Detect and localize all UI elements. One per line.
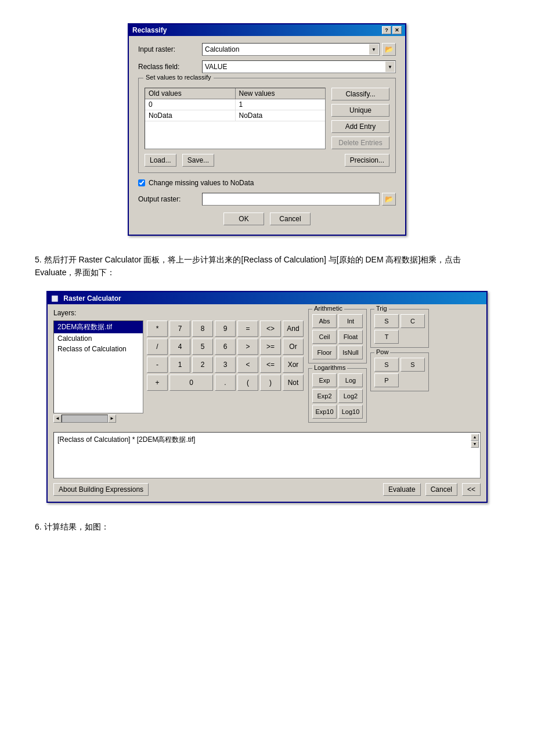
btn-isnull[interactable]: IsNull: [338, 345, 363, 359]
delete-entries-button[interactable]: Delete Entries: [331, 136, 389, 149]
btn-trig-c1[interactable]: C: [400, 314, 425, 328]
btn-exp[interactable]: Exp: [312, 373, 337, 387]
about-building-btn[interactable]: About Building Expressions: [53, 483, 149, 496]
logarithms-group: Logarithms Exp Log Exp2 Log2 Exp10 Log10: [308, 368, 367, 423]
btn-8[interactable]: 8: [192, 321, 213, 337]
btn-lparen[interactable]: (: [237, 375, 258, 391]
calc-dialog-container: ▦ Raster Calculator Layers: 2DEM高程数据.tif…: [46, 291, 522, 503]
btn-lte[interactable]: <=: [260, 357, 281, 373]
btn-3[interactable]: 3: [215, 357, 236, 373]
btn-abs[interactable]: Abs: [312, 314, 337, 328]
btn-int[interactable]: Int: [338, 314, 363, 328]
btn-log2[interactable]: Log2: [338, 389, 363, 403]
help-button[interactable]: ?: [382, 26, 391, 34]
layer-item-0[interactable]: 2DEM高程数据.tif: [54, 321, 143, 333]
scroll-right-arrow[interactable]: ►: [108, 415, 116, 423]
missing-values-checkbox[interactable]: [138, 179, 145, 186]
table-row[interactable]: NoData NoData: [145, 110, 325, 121]
reclass-field-select-wrapper[interactable]: VALUE: [202, 60, 396, 73]
btn-floor[interactable]: Floor: [312, 345, 337, 359]
btn-ceil[interactable]: Ceil: [312, 330, 337, 344]
layer-item-1[interactable]: Calculation: [54, 333, 143, 344]
unique-button[interactable]: Unique: [331, 104, 389, 117]
btn-pow-s1[interactable]: S: [374, 358, 399, 372]
pow-label: Pow: [374, 348, 390, 355]
reclassify-title: Reclassify: [132, 26, 167, 34]
expression-text: [Reclass of Calculation] * [2DEM高程数据.tif…: [57, 435, 195, 444]
scroll-left-arrow[interactable]: ◄: [53, 415, 62, 423]
btn-float[interactable]: Float: [338, 330, 363, 344]
btn-rparen[interactable]: ): [260, 375, 281, 391]
arithmetic-group: Arithmetic Abs Int Ceil Float Floor IsNu…: [308, 309, 367, 363]
numpad-row-3: - 1 2 3 < <= Xor: [147, 357, 304, 373]
input-raster-folder-btn[interactable]: 📂: [382, 43, 396, 56]
classify-button[interactable]: Classify...: [331, 88, 389, 100]
btn-6[interactable]: 6: [215, 339, 236, 355]
btn-dot[interactable]: .: [215, 375, 236, 391]
layers-list[interactable]: 2DEM高程数据.tif Calculation Reclass of Calc…: [53, 321, 143, 413]
btn-pow-s2[interactable]: S: [400, 358, 425, 372]
btn-xor[interactable]: Xor: [283, 357, 304, 373]
btn-log10[interactable]: Log10: [338, 405, 363, 419]
arithmetic-btns: Abs Int Ceil Float Floor IsNull: [312, 314, 363, 359]
logarithms-btns: Exp Log Exp2 Log2 Exp10 Log10: [312, 373, 363, 419]
paragraph2-text: 6. 计算结果，如图：: [35, 522, 109, 531]
btn-gte[interactable]: >=: [260, 339, 281, 355]
btn-gt[interactable]: >: [237, 339, 258, 355]
reclassify-groupbox: Set values to reclassify Old values New …: [138, 78, 396, 173]
btn-0[interactable]: 0: [169, 375, 213, 391]
btn-9[interactable]: 9: [215, 321, 236, 337]
btn-pow-p1[interactable]: P: [374, 373, 399, 387]
reclass-field-select[interactable]: VALUE: [202, 60, 396, 73]
trig-group: Trig S C T: [370, 309, 429, 348]
scrollbar-track[interactable]: [62, 415, 108, 423]
btn-minus[interactable]: -: [147, 357, 168, 373]
btn-4[interactable]: 4: [169, 339, 190, 355]
input-raster-select[interactable]: Calculation: [202, 43, 380, 56]
panel-col-1: Arithmetic Abs Int Ceil Float Floor IsNu…: [308, 309, 367, 425]
btn-equal[interactable]: =: [237, 321, 258, 337]
btn-log[interactable]: Log: [338, 373, 363, 387]
btn-1[interactable]: 1: [169, 357, 190, 373]
new-value-1: NoData: [236, 110, 326, 121]
load-button[interactable]: Load...: [145, 154, 176, 167]
output-raster-input[interactable]: <Temporary>: [202, 193, 380, 206]
btn-divide[interactable]: /: [147, 339, 168, 355]
btn-trig-s1[interactable]: S: [374, 314, 399, 328]
table-row[interactable]: 0 1: [145, 99, 325, 110]
calc-left-panel: Layers: 2DEM高程数据.tif Calculation Reclass…: [53, 309, 304, 425]
output-raster-row: Output raster: <Temporary> 📂: [138, 193, 396, 206]
btn-not[interactable]: Not: [283, 375, 304, 391]
btn-and[interactable]: And: [283, 321, 304, 337]
btn-notequal[interactable]: <>: [260, 321, 281, 337]
expr-scroll-up[interactable]: ▲: [471, 434, 479, 441]
precision-button[interactable]: Precision...: [345, 154, 389, 167]
save-button[interactable]: Save...: [182, 154, 214, 167]
btn-exp2[interactable]: Exp2: [312, 389, 337, 403]
input-raster-select-wrapper[interactable]: Calculation: [202, 43, 380, 56]
btn-lt[interactable]: <: [237, 357, 258, 373]
evaluate-button[interactable]: Evaluate: [383, 483, 421, 496]
expression-area[interactable]: [Reclass of Calculation] * [2DEM高程数据.tif…: [53, 432, 481, 478]
trig-btns: S C T: [374, 314, 425, 344]
btn-multiply[interactable]: *: [147, 321, 168, 337]
calc-body: Layers: 2DEM高程数据.tif Calculation Reclass…: [48, 304, 486, 502]
btn-plus[interactable]: +: [147, 375, 168, 391]
cancel-button[interactable]: Cancel: [270, 213, 311, 225]
btn-7[interactable]: 7: [169, 321, 190, 337]
btn-or[interactable]: Or: [283, 339, 304, 355]
calc-cancel-button[interactable]: Cancel: [425, 483, 457, 496]
add-entry-button[interactable]: Add Entry: [331, 120, 389, 133]
close-button[interactable]: ✕: [392, 26, 402, 34]
btn-2[interactable]: 2: [192, 357, 213, 373]
checkbox-label: Change missing values to NoData: [149, 179, 254, 187]
btn-5[interactable]: 5: [192, 339, 213, 355]
ok-button[interactable]: OK: [223, 213, 264, 225]
btn-trig-t1[interactable]: T: [374, 330, 399, 344]
btn-exp10[interactable]: Exp10: [312, 405, 337, 419]
layer-item-2[interactable]: Reclass of Calculation: [54, 344, 143, 354]
expr-scroll-down[interactable]: ▼: [471, 441, 479, 448]
logarithms-label: Logarithms: [312, 364, 347, 371]
output-raster-folder-btn[interactable]: 📂: [382, 193, 396, 206]
collapse-button[interactable]: <<: [462, 483, 481, 496]
